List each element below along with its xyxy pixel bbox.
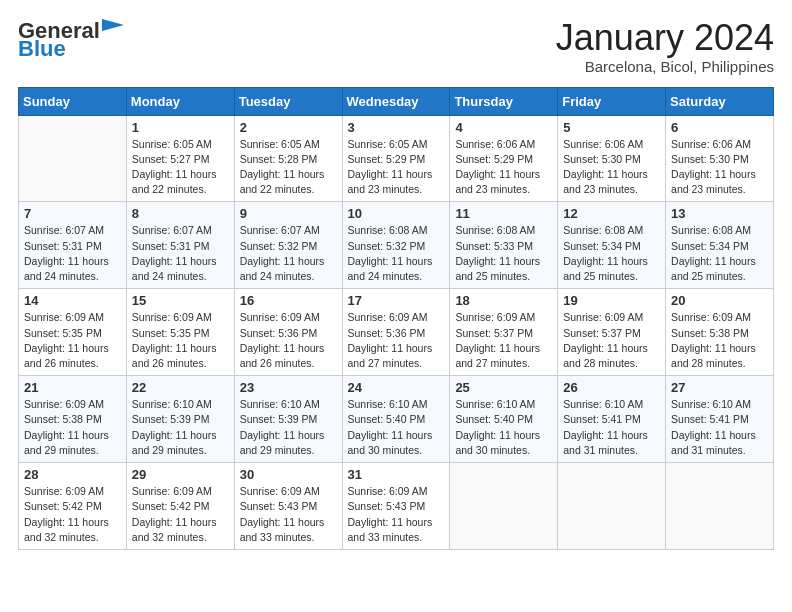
day-info: Sunrise: 6:07 AMSunset: 5:31 PMDaylight:… xyxy=(24,223,121,284)
day-cell: 7Sunrise: 6:07 AMSunset: 5:31 PMDaylight… xyxy=(19,202,127,289)
title-area: January 2024 Barcelona, Bicol, Philippin… xyxy=(556,18,774,75)
week-row-2: 7Sunrise: 6:07 AMSunset: 5:31 PMDaylight… xyxy=(19,202,774,289)
day-cell: 14Sunrise: 6:09 AMSunset: 5:35 PMDayligh… xyxy=(19,289,127,376)
day-number: 13 xyxy=(671,206,768,221)
month-title: January 2024 xyxy=(556,18,774,58)
day-info: Sunrise: 6:09 AMSunset: 5:38 PMDaylight:… xyxy=(24,397,121,458)
day-number: 18 xyxy=(455,293,552,308)
day-info: Sunrise: 6:10 AMSunset: 5:39 PMDaylight:… xyxy=(132,397,229,458)
day-number: 16 xyxy=(240,293,337,308)
day-cell: 23Sunrise: 6:10 AMSunset: 5:39 PMDayligh… xyxy=(234,376,342,463)
day-info: Sunrise: 6:09 AMSunset: 5:37 PMDaylight:… xyxy=(455,310,552,371)
day-number: 14 xyxy=(24,293,121,308)
day-info: Sunrise: 6:10 AMSunset: 5:40 PMDaylight:… xyxy=(348,397,445,458)
day-cell: 22Sunrise: 6:10 AMSunset: 5:39 PMDayligh… xyxy=(126,376,234,463)
day-cell: 29Sunrise: 6:09 AMSunset: 5:42 PMDayligh… xyxy=(126,463,234,550)
day-number: 23 xyxy=(240,380,337,395)
day-cell: 15Sunrise: 6:09 AMSunset: 5:35 PMDayligh… xyxy=(126,289,234,376)
day-cell xyxy=(450,463,558,550)
day-cell: 19Sunrise: 6:09 AMSunset: 5:37 PMDayligh… xyxy=(558,289,666,376)
day-info: Sunrise: 6:10 AMSunset: 5:40 PMDaylight:… xyxy=(455,397,552,458)
day-cell: 21Sunrise: 6:09 AMSunset: 5:38 PMDayligh… xyxy=(19,376,127,463)
day-cell: 2Sunrise: 6:05 AMSunset: 5:28 PMDaylight… xyxy=(234,115,342,202)
day-info: Sunrise: 6:09 AMSunset: 5:36 PMDaylight:… xyxy=(348,310,445,371)
day-cell: 4Sunrise: 6:06 AMSunset: 5:29 PMDaylight… xyxy=(450,115,558,202)
day-info: Sunrise: 6:05 AMSunset: 5:28 PMDaylight:… xyxy=(240,137,337,198)
day-info: Sunrise: 6:06 AMSunset: 5:30 PMDaylight:… xyxy=(671,137,768,198)
logo: General Blue xyxy=(18,18,124,62)
day-cell: 26Sunrise: 6:10 AMSunset: 5:41 PMDayligh… xyxy=(558,376,666,463)
week-row-5: 28Sunrise: 6:09 AMSunset: 5:42 PMDayligh… xyxy=(19,463,774,550)
header-row: SundayMondayTuesdayWednesdayThursdayFrid… xyxy=(19,87,774,115)
logo-flag-icon xyxy=(102,19,124,37)
day-number: 20 xyxy=(671,293,768,308)
calendar-table: SundayMondayTuesdayWednesdayThursdayFrid… xyxy=(18,87,774,550)
day-info: Sunrise: 6:09 AMSunset: 5:42 PMDaylight:… xyxy=(24,484,121,545)
day-cell: 6Sunrise: 6:06 AMSunset: 5:30 PMDaylight… xyxy=(666,115,774,202)
day-info: Sunrise: 6:06 AMSunset: 5:29 PMDaylight:… xyxy=(455,137,552,198)
day-info: Sunrise: 6:09 AMSunset: 5:35 PMDaylight:… xyxy=(132,310,229,371)
day-info: Sunrise: 6:10 AMSunset: 5:41 PMDaylight:… xyxy=(671,397,768,458)
day-header-sunday: Sunday xyxy=(19,87,127,115)
day-cell: 12Sunrise: 6:08 AMSunset: 5:34 PMDayligh… xyxy=(558,202,666,289)
day-number: 21 xyxy=(24,380,121,395)
day-number: 10 xyxy=(348,206,445,221)
day-number: 29 xyxy=(132,467,229,482)
day-info: Sunrise: 6:08 AMSunset: 5:33 PMDaylight:… xyxy=(455,223,552,284)
calendar-body: 1Sunrise: 6:05 AMSunset: 5:27 PMDaylight… xyxy=(19,115,774,549)
day-header-wednesday: Wednesday xyxy=(342,87,450,115)
day-number: 6 xyxy=(671,120,768,135)
day-cell: 13Sunrise: 6:08 AMSunset: 5:34 PMDayligh… xyxy=(666,202,774,289)
day-info: Sunrise: 6:05 AMSunset: 5:29 PMDaylight:… xyxy=(348,137,445,198)
day-cell: 20Sunrise: 6:09 AMSunset: 5:38 PMDayligh… xyxy=(666,289,774,376)
day-number: 5 xyxy=(563,120,660,135)
day-number: 9 xyxy=(240,206,337,221)
day-number: 28 xyxy=(24,467,121,482)
day-cell: 25Sunrise: 6:10 AMSunset: 5:40 PMDayligh… xyxy=(450,376,558,463)
page-header: General Blue January 2024 Barcelona, Bic… xyxy=(18,18,774,75)
day-cell: 11Sunrise: 6:08 AMSunset: 5:33 PMDayligh… xyxy=(450,202,558,289)
day-info: Sunrise: 6:08 AMSunset: 5:32 PMDaylight:… xyxy=(348,223,445,284)
day-number: 19 xyxy=(563,293,660,308)
day-cell: 8Sunrise: 6:07 AMSunset: 5:31 PMDaylight… xyxy=(126,202,234,289)
day-header-friday: Friday xyxy=(558,87,666,115)
day-number: 30 xyxy=(240,467,337,482)
day-number: 7 xyxy=(24,206,121,221)
day-number: 26 xyxy=(563,380,660,395)
day-number: 2 xyxy=(240,120,337,135)
day-number: 22 xyxy=(132,380,229,395)
day-cell: 28Sunrise: 6:09 AMSunset: 5:42 PMDayligh… xyxy=(19,463,127,550)
week-row-1: 1Sunrise: 6:05 AMSunset: 5:27 PMDaylight… xyxy=(19,115,774,202)
day-header-thursday: Thursday xyxy=(450,87,558,115)
day-cell: 3Sunrise: 6:05 AMSunset: 5:29 PMDaylight… xyxy=(342,115,450,202)
day-header-tuesday: Tuesday xyxy=(234,87,342,115)
day-info: Sunrise: 6:09 AMSunset: 5:35 PMDaylight:… xyxy=(24,310,121,371)
day-info: Sunrise: 6:06 AMSunset: 5:30 PMDaylight:… xyxy=(563,137,660,198)
day-cell: 17Sunrise: 6:09 AMSunset: 5:36 PMDayligh… xyxy=(342,289,450,376)
day-cell: 27Sunrise: 6:10 AMSunset: 5:41 PMDayligh… xyxy=(666,376,774,463)
day-header-saturday: Saturday xyxy=(666,87,774,115)
day-cell: 24Sunrise: 6:10 AMSunset: 5:40 PMDayligh… xyxy=(342,376,450,463)
day-info: Sunrise: 6:09 AMSunset: 5:36 PMDaylight:… xyxy=(240,310,337,371)
day-info: Sunrise: 6:09 AMSunset: 5:38 PMDaylight:… xyxy=(671,310,768,371)
day-cell xyxy=(666,463,774,550)
day-number: 12 xyxy=(563,206,660,221)
day-cell: 5Sunrise: 6:06 AMSunset: 5:30 PMDaylight… xyxy=(558,115,666,202)
day-number: 11 xyxy=(455,206,552,221)
day-number: 25 xyxy=(455,380,552,395)
day-header-monday: Monday xyxy=(126,87,234,115)
day-number: 27 xyxy=(671,380,768,395)
day-info: Sunrise: 6:09 AMSunset: 5:37 PMDaylight:… xyxy=(563,310,660,371)
day-info: Sunrise: 6:10 AMSunset: 5:41 PMDaylight:… xyxy=(563,397,660,458)
day-info: Sunrise: 6:05 AMSunset: 5:27 PMDaylight:… xyxy=(132,137,229,198)
location: Barcelona, Bicol, Philippines xyxy=(556,58,774,75)
day-cell: 30Sunrise: 6:09 AMSunset: 5:43 PMDayligh… xyxy=(234,463,342,550)
day-cell: 16Sunrise: 6:09 AMSunset: 5:36 PMDayligh… xyxy=(234,289,342,376)
day-cell: 1Sunrise: 6:05 AMSunset: 5:27 PMDaylight… xyxy=(126,115,234,202)
day-info: Sunrise: 6:07 AMSunset: 5:32 PMDaylight:… xyxy=(240,223,337,284)
day-cell: 9Sunrise: 6:07 AMSunset: 5:32 PMDaylight… xyxy=(234,202,342,289)
day-info: Sunrise: 6:07 AMSunset: 5:31 PMDaylight:… xyxy=(132,223,229,284)
calendar-header: SundayMondayTuesdayWednesdayThursdayFrid… xyxy=(19,87,774,115)
day-info: Sunrise: 6:08 AMSunset: 5:34 PMDaylight:… xyxy=(671,223,768,284)
day-cell xyxy=(19,115,127,202)
